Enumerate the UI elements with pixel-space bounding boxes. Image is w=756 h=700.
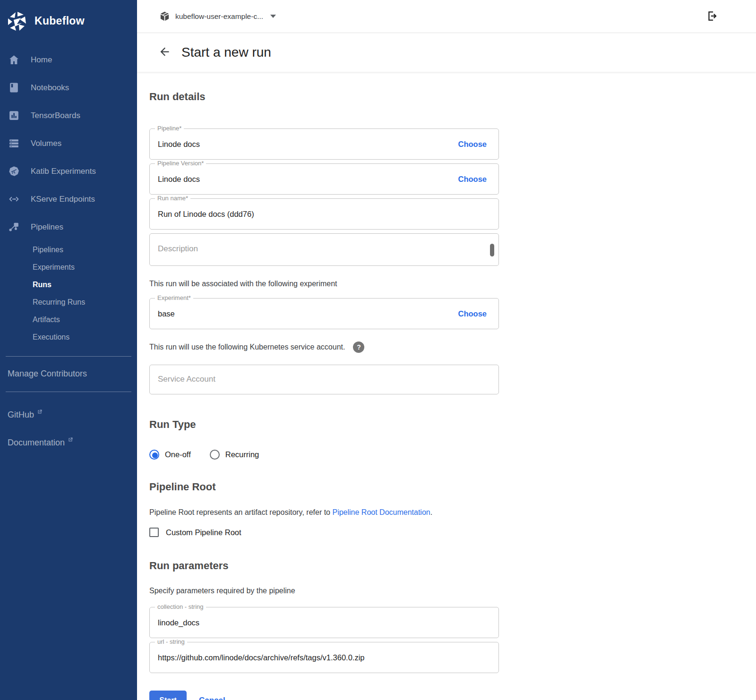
custom-pipeline-root-option[interactable]: Custom Pipeline Root xyxy=(149,528,499,537)
kubeflow-logo[interactable]: Kubeflow xyxy=(0,0,137,35)
subnav-item-runs[interactable]: Runs xyxy=(0,276,137,293)
radio-option-one-off[interactable]: One-off xyxy=(149,450,191,460)
description-textarea[interactable] xyxy=(150,234,481,265)
run-details-heading: Run details xyxy=(149,91,499,103)
sidebar-link-documentation[interactable]: Documentation xyxy=(0,438,137,448)
sidebar-item-home[interactable]: Home xyxy=(0,46,137,74)
experiment-note: This run will be associated with the fol… xyxy=(149,280,499,288)
main-area: kubeflow-user-example-c... Start a new r… xyxy=(137,0,756,700)
param-collection-label: collection - string xyxy=(155,603,206,610)
radio-selected-icon[interactable] xyxy=(149,450,159,460)
pipeline-root-text: Pipeline Root represents an artifact rep… xyxy=(149,508,499,517)
experiment-field-label: Experiment* xyxy=(155,294,193,301)
subnav-label: Experiments xyxy=(33,263,75,272)
sidebar-item-label: Volumes xyxy=(31,139,61,148)
checkbox-unchecked-icon[interactable] xyxy=(149,528,159,537)
cancel-button[interactable]: Cancel xyxy=(199,696,225,700)
start-button[interactable]: Start xyxy=(149,691,187,700)
subnav-item-experiments[interactable]: Experiments xyxy=(0,258,137,276)
page-header: Start a new run xyxy=(137,33,756,72)
pipelines-icon xyxy=(8,221,20,233)
subnav-label: Runs xyxy=(33,281,52,289)
subnav-item-artifacts[interactable]: Artifacts xyxy=(0,311,137,328)
radio-unselected-icon[interactable] xyxy=(210,450,220,460)
sidebar-item-kserve-endpoints[interactable]: KServe Endpoints xyxy=(0,185,137,213)
checkbox-label: Custom Pipeline Root xyxy=(166,528,241,537)
experiment-field: Experiment* Choose xyxy=(149,298,499,329)
page-title: Start a new run xyxy=(181,45,271,60)
logo-text: Kubeflow xyxy=(34,15,85,27)
katib-icon xyxy=(8,165,20,177)
page-content: Run details Pipeline* Choose Pipeline Ve… xyxy=(137,72,756,700)
pipeline-field-label: Pipeline* xyxy=(155,125,184,132)
pipeline-root-doc-link[interactable]: Pipeline Root Documentation xyxy=(332,508,430,516)
help-icon[interactable]: ? xyxy=(353,341,364,353)
back-button[interactable] xyxy=(157,45,172,60)
pipeline-choose-button[interactable]: Choose xyxy=(454,140,490,149)
subnav-item-executions[interactable]: Executions xyxy=(0,328,137,346)
endpoints-icon xyxy=(8,193,20,205)
kubeflow-logo-icon xyxy=(7,11,27,32)
radio-option-recurring[interactable]: Recurring xyxy=(210,450,259,460)
experiment-choose-button[interactable]: Choose xyxy=(454,309,490,318)
home-icon xyxy=(8,54,20,66)
sidebar-item-label: Notebooks xyxy=(31,83,69,93)
external-link-icon xyxy=(68,437,73,443)
run-parameters-subtitle: Specify parameters required by the pipel… xyxy=(149,587,499,595)
sidebar-link-github[interactable]: GitHub xyxy=(0,410,137,420)
sidebar-item-tensorboards[interactable]: TensorBoards xyxy=(0,102,137,129)
pipeline-version-field-label: Pipeline Version* xyxy=(155,160,206,167)
sidebar-item-volumes[interactable]: Volumes xyxy=(0,129,137,157)
radio-label: One-off xyxy=(165,450,191,459)
service-account-note-row: This run will use the following Kubernet… xyxy=(149,341,499,353)
scrollbar-thumb[interactable] xyxy=(490,244,494,256)
volumes-icon xyxy=(8,137,20,149)
namespace-selector[interactable]: kubeflow-user-example-c... xyxy=(159,11,276,22)
logout-icon xyxy=(706,10,719,22)
topbar: kubeflow-user-example-c... xyxy=(137,0,756,33)
run-type-heading: Run Type xyxy=(149,418,499,431)
sidebar-item-label: Home xyxy=(31,55,52,65)
sidebar-item-label: TensorBoards xyxy=(31,111,80,120)
external-link-label: Documentation xyxy=(8,438,65,448)
sidebar-item-manage-contributors[interactable]: Manage Contributors xyxy=(0,357,137,392)
sidebar-item-label: Katib Experiments xyxy=(31,167,96,176)
tensorboard-icon xyxy=(8,110,20,121)
pipelines-subnav: Pipelines Experiments Runs Recurring Run… xyxy=(0,241,137,346)
namespace-label: kubeflow-user-example-c... xyxy=(175,12,263,21)
sidebar-item-katib-experiments[interactable]: Katib Experiments xyxy=(0,157,137,185)
subnav-item-pipelines[interactable]: Pipelines xyxy=(0,241,137,258)
sidebar-nav: Home Notebooks TensorBoards Volumes Kati… xyxy=(0,46,137,346)
service-account-input[interactable] xyxy=(150,365,481,384)
pipeline-version-field: Pipeline Version* Choose xyxy=(149,163,499,195)
run-name-input[interactable] xyxy=(158,210,490,219)
run-parameters-heading: Run parameters xyxy=(149,560,499,572)
param-url-label: url - string xyxy=(155,638,187,645)
description-field xyxy=(149,233,499,266)
sidebar-item-label: KServe Endpoints xyxy=(31,195,95,204)
param-collection-input[interactable] xyxy=(158,618,490,627)
param-url-input[interactable] xyxy=(158,653,490,662)
pipeline-version-choose-button[interactable]: Choose xyxy=(454,175,490,184)
subnav-label: Pipelines xyxy=(33,246,63,254)
chevron-down-icon xyxy=(270,15,276,18)
subnav-label: Recurring Runs xyxy=(33,298,85,307)
pipeline-version-input[interactable] xyxy=(158,175,454,184)
subnav-label: Executions xyxy=(33,333,69,341)
package-icon xyxy=(159,11,170,22)
logout-button[interactable] xyxy=(706,10,719,23)
service-account-note: This run will use the following Kubernet… xyxy=(149,343,345,351)
form-actions: Start Cancel xyxy=(149,691,499,700)
subnav-item-recurring-runs[interactable]: Recurring Runs xyxy=(0,293,137,311)
notebook-icon xyxy=(8,82,20,94)
sidebar-item-label: Pipelines xyxy=(31,222,63,232)
subnav-label: Artifacts xyxy=(33,316,60,324)
sidebar-item-pipelines[interactable]: Pipelines xyxy=(0,213,137,241)
external-link-icon xyxy=(37,409,43,415)
sidebar-item-notebooks[interactable]: Notebooks xyxy=(0,74,137,102)
pipeline-input[interactable] xyxy=(158,140,454,149)
pipeline-root-heading: Pipeline Root xyxy=(149,481,499,493)
experiment-input[interactable] xyxy=(158,309,454,318)
radio-label: Recurring xyxy=(225,450,259,459)
pipeline-field: Pipeline* Choose xyxy=(149,128,499,160)
